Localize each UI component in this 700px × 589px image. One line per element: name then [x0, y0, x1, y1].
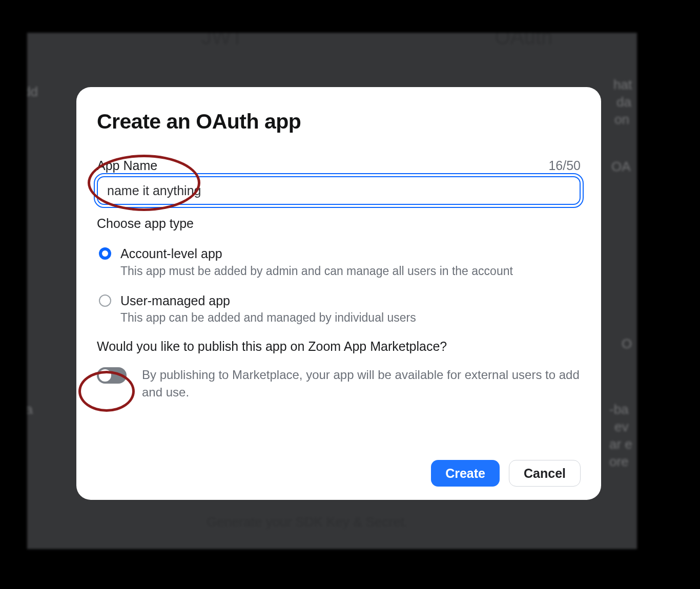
bg-right1: hat — [613, 77, 632, 93]
bg-ha: ha — [27, 402, 33, 417]
publish-question: Would you like to publish this app on Zo… — [97, 339, 581, 354]
radio-account-level[interactable]: Account-level app This app must be added… — [97, 245, 581, 279]
create-oauth-app-modal: Create an OAuth app App Name 16/50 Choos… — [76, 87, 601, 500]
choose-app-type-label: Choose app type — [97, 216, 581, 231]
radio-user-managed[interactable]: User-managed app This app can be added a… — [97, 292, 581, 326]
bg-left1: dd — [27, 84, 38, 100]
radio-user-managed-title: User-managed app — [120, 292, 416, 309]
bg-O: O — [622, 336, 632, 352]
publish-toggle-description: By publishing to Marketplace, your app w… — [142, 366, 581, 401]
modal-title: Create an OAuth app — [97, 110, 581, 134]
radio-account-level-desc: This app must be added by admin and can … — [120, 263, 513, 279]
toggle-knob — [99, 369, 111, 382]
radio-account-level-input[interactable] — [99, 247, 111, 260]
bg-right3: on — [614, 112, 629, 128]
bg-right4: OA — [611, 159, 631, 175]
bg-footer: Generate your SDK Key & Secret. — [207, 514, 408, 530]
publish-toggle[interactable] — [97, 367, 127, 384]
radio-user-managed-desc: This app can be added and managed by ind… — [120, 310, 416, 326]
bg-rl2: ev — [614, 419, 628, 435]
bg-rl1: -ba — [609, 402, 629, 417]
bg-rl4: ore — [609, 454, 629, 470]
create-button[interactable]: Create — [431, 460, 500, 487]
bg-jwt-label: JWT — [201, 33, 243, 49]
bg-right2: da — [616, 94, 631, 110]
app-name-input[interactable] — [97, 176, 581, 205]
cancel-button[interactable]: Cancel — [509, 460, 581, 487]
radio-account-level-title: Account-level app — [120, 245, 513, 262]
bg-oauth-label: OAuth — [495, 33, 552, 49]
bg-rl3: ar e — [609, 436, 632, 452]
app-name-char-count: 16/50 — [548, 158, 581, 173]
app-name-label: App Name — [97, 158, 157, 173]
radio-user-managed-input[interactable] — [99, 294, 111, 307]
